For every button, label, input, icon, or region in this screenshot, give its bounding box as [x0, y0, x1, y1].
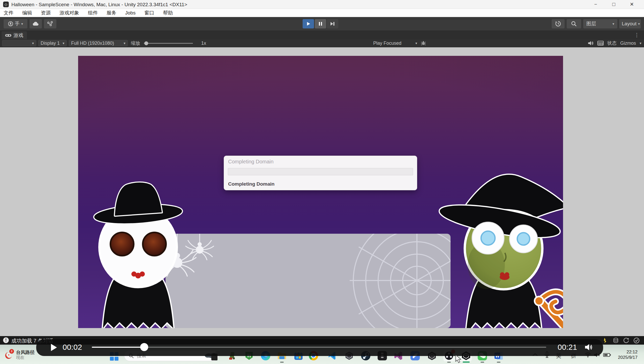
branch-icon [47, 21, 53, 26]
search-button[interactable] [567, 19, 581, 28]
menu-assets[interactable]: 资源 [41, 10, 51, 16]
history-icon [555, 21, 561, 27]
chevron-down-icon: ▾ [124, 41, 125, 45]
mouse-cursor [455, 355, 462, 363]
tray-date: 2025/9/17 [613, 355, 638, 360]
scale-value: 1x [201, 40, 206, 46]
play-focused-label: Play Focused [373, 41, 401, 46]
minimize-button[interactable]: − [588, 0, 604, 9]
chevron-down-icon: ▾ [32, 41, 34, 45]
video-player-bar: 00:02 00:21 [36, 339, 603, 356]
close-button[interactable]: ✕ [624, 0, 640, 9]
undo-history-button[interactable] [552, 19, 565, 28]
weather-title: 台风路径 [16, 350, 35, 355]
account-icon [8, 21, 13, 26]
game-viewport-area: Completing Domain Completing Domain [0, 47, 644, 336]
scale-label: 缩放 [131, 40, 140, 46]
chevron-down-icon: ▾ [638, 22, 640, 26]
chevron-down-icon: ▾ [415, 41, 417, 45]
unity-toolbar: 手 ▾ [0, 17, 644, 31]
maximize-button[interactable]: □ [606, 0, 622, 9]
running-indicator [497, 362, 500, 363]
video-total-time: 00:21 [558, 343, 577, 352]
account-button[interactable]: 手 ▾ [4, 19, 27, 28]
render-mode-dropdown[interactable]: ▾ [2, 40, 36, 46]
menu-window[interactable]: 窗口 [144, 10, 154, 16]
running-indicator [280, 362, 284, 363]
weather-badge: 8 [9, 349, 14, 354]
tray-clock[interactable]: 22:12 2025/9/17 [613, 349, 638, 360]
menu-component[interactable]: 组件 [88, 10, 98, 16]
ghost-hat [92, 180, 183, 226]
menu-help[interactable]: 帮助 [163, 10, 173, 16]
video-progress-thumb[interactable] [140, 343, 148, 351]
global-progress-check-icon[interactable] [633, 337, 640, 344]
weather-subtitle: 现在 [16, 355, 35, 360]
video-progress-track[interactable] [92, 347, 546, 348]
gizmos-dropdown[interactable]: Gizmos [620, 41, 636, 46]
play-focused-dropdown[interactable]: Play Focused ▾ [373, 40, 417, 46]
lighting-bake-icon[interactable] [602, 337, 608, 344]
version-control-button[interactable] [44, 19, 56, 28]
refresh-activity-icon[interactable] [623, 337, 630, 344]
scale-slider-track[interactable] [144, 43, 193, 44]
scale-slider[interactable] [144, 40, 199, 46]
witch-character [438, 164, 563, 328]
pause-button[interactable] [315, 19, 326, 28]
step-icon [330, 22, 335, 26]
vsync-grid-icon[interactable] [597, 41, 604, 46]
menu-file[interactable]: 文件 [4, 10, 13, 16]
bug-icon [421, 41, 426, 46]
gamepad-icon [5, 34, 11, 37]
scale-slider-thumb[interactable] [144, 41, 148, 45]
tray-time: 22:12 [613, 349, 638, 355]
dialog-title: Completing Domain [228, 159, 274, 165]
layout-label: Layout [622, 21, 636, 27]
debug-toggle-button[interactable] [420, 40, 427, 46]
witch-iris [481, 231, 495, 245]
chevron-down-icon: ▾ [640, 41, 641, 45]
chevron-down-icon: ▾ [63, 41, 64, 45]
layers-dropdown[interactable]: 图层 ▾ [583, 19, 617, 28]
ghost-character [92, 180, 183, 328]
info-icon[interactable]: ! [3, 337, 9, 343]
battery-icon[interactable] [603, 352, 611, 359]
mute-audio-icon[interactable] [588, 41, 594, 46]
active-window-indicator [463, 361, 470, 363]
running-indicator [481, 362, 484, 363]
step-button[interactable] [327, 19, 338, 28]
game-render: Completing Domain Completing Domain [78, 56, 563, 328]
layout-dropdown[interactable]: Layout ▾ [619, 19, 641, 28]
resolution-dropdown[interactable]: Full HD (1920x1080) ▾ [69, 40, 128, 46]
play-button[interactable] [303, 19, 314, 28]
tab-game[interactable]: 游戏 [2, 31, 27, 39]
tab-game-label: 游戏 [13, 32, 23, 39]
ghost-eye [143, 232, 166, 256]
game-view-right-controls: 状态 Gizmos ▾ [588, 40, 641, 46]
ghost-eye [110, 232, 134, 256]
menu-jobs[interactable]: Jobs [125, 10, 136, 16]
dialog-progress-bar [228, 168, 413, 175]
cloud-icon [33, 21, 39, 26]
account-label: 手 [15, 20, 20, 27]
display-dropdown[interactable]: Display 1 ▾ [38, 40, 67, 46]
play-icon [306, 22, 310, 26]
tab-options-kebab-icon[interactable]: ⋮ [634, 32, 639, 38]
video-volume-icon[interactable] [585, 343, 593, 351]
stats-toggle[interactable]: 状态 [607, 40, 617, 46]
window-title: Halloween - SampleScene - Windows, Mac, … [11, 2, 187, 7]
layers-label: 图层 [586, 20, 596, 27]
cloud-button[interactable] [29, 19, 42, 28]
menu-services[interactable]: 服务 [107, 10, 116, 16]
running-indicator [447, 362, 451, 363]
display-label: Display 1 [41, 41, 60, 46]
menu-bar: 文件 编辑 资源 游戏对象 组件 服务 Jobs 窗口 帮助 [0, 9, 644, 17]
chevron-down-icon: ▾ [612, 22, 614, 26]
menu-gameobject[interactable]: 游戏对象 [59, 10, 79, 16]
cache-server-icon[interactable] [612, 337, 619, 344]
menu-edit[interactable]: 编辑 [22, 10, 32, 16]
typhoon-icon: 8 [4, 350, 13, 360]
weather-widget[interactable]: 8 台风路径 现在 [4, 350, 35, 360]
video-play-icon[interactable] [50, 344, 57, 351]
unity-app-icon: ◇ [3, 2, 9, 7]
